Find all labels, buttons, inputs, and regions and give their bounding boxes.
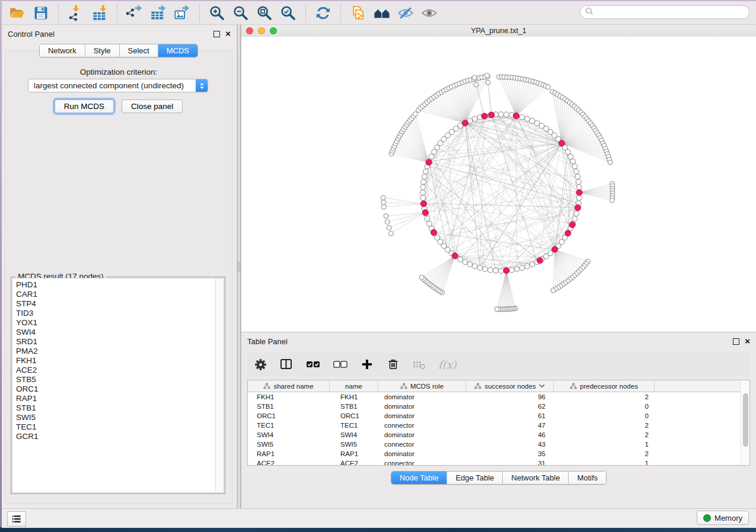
memory-button[interactable]: Memory xyxy=(697,511,749,525)
network-node[interactable] xyxy=(608,160,613,165)
network-node[interactable] xyxy=(472,116,477,121)
column-header-MCDS-role[interactable]: MCDS role xyxy=(378,380,466,392)
network-hub-node[interactable] xyxy=(565,230,571,236)
network-window-titlebar[interactable]: YPA_prune.txt_1 xyxy=(241,25,756,37)
network-hub-node[interactable] xyxy=(452,253,458,259)
mcds-result-node[interactable]: PMA2 xyxy=(12,347,224,356)
mcds-result-node[interactable]: RAP1 xyxy=(12,394,224,403)
tab-network[interactable]: Network xyxy=(40,44,85,57)
hide-selected-icon[interactable] xyxy=(396,4,415,23)
table-row[interactable]: SWI4SWI4dominator462 xyxy=(248,430,749,440)
zoom-selected-icon[interactable] xyxy=(279,4,298,23)
table-scrollbar-thumb[interactable] xyxy=(743,393,748,447)
network-node[interactable] xyxy=(519,265,525,271)
network-node[interactable] xyxy=(499,112,504,117)
export-table-icon[interactable] xyxy=(149,4,168,23)
tab-mcds[interactable]: MCDS xyxy=(158,44,197,57)
network-node[interactable] xyxy=(495,307,499,312)
network-hub-node[interactable] xyxy=(576,190,582,196)
network-node[interactable] xyxy=(519,115,525,120)
mcds-result-node[interactable]: GCR1 xyxy=(12,432,224,441)
network-node[interactable] xyxy=(413,112,418,117)
network-node[interactable] xyxy=(387,226,391,230)
import-table-icon[interactable] xyxy=(90,4,109,23)
network-node[interactable] xyxy=(529,118,535,124)
network-hub-node[interactable] xyxy=(426,159,432,165)
network-node[interactable] xyxy=(384,214,388,219)
network-node[interactable] xyxy=(419,275,424,280)
mcds-list-scrollbar[interactable] xyxy=(215,278,224,492)
network-node[interactable] xyxy=(422,174,427,180)
mcds-result-node[interactable]: ACE2 xyxy=(12,366,224,375)
network-node[interactable] xyxy=(382,204,387,209)
delete-columns-icon[interactable] xyxy=(386,357,400,372)
mcds-result-node[interactable]: ORC1 xyxy=(12,384,224,394)
network-node[interactable] xyxy=(525,264,530,269)
tab-edge-table[interactable]: Edge Table xyxy=(447,472,503,484)
mcds-result-node[interactable]: FKH1 xyxy=(12,356,224,366)
network-node[interactable] xyxy=(525,116,530,121)
table-row[interactable]: TEC1TEC1connector472 xyxy=(248,421,749,430)
network-node[interactable] xyxy=(488,267,493,273)
table-row[interactable]: ACE2ACE2connector311 xyxy=(248,459,749,466)
table-row[interactable]: FKH1FKH1dominator962 xyxy=(248,392,749,402)
column-header-shared-name[interactable]: shared name xyxy=(248,380,330,392)
network-canvas[interactable] xyxy=(241,37,756,332)
network-hub-node[interactable] xyxy=(503,268,509,274)
network-node[interactable] xyxy=(425,216,430,222)
zoom-out-icon[interactable] xyxy=(231,4,250,23)
network-node[interactable] xyxy=(499,268,504,274)
network-node[interactable] xyxy=(568,154,573,159)
run-mcds-button[interactable]: Run MCDS xyxy=(55,100,114,113)
mcds-result-node[interactable]: YOX1 xyxy=(12,318,224,328)
tab-node-table[interactable]: Node Table xyxy=(391,472,448,484)
network-hub-node[interactable] xyxy=(559,140,564,146)
column-header-successor-nodes[interactable]: successor nodes xyxy=(466,380,554,392)
zoom-fit-icon[interactable] xyxy=(255,4,274,23)
network-node[interactable] xyxy=(467,262,473,267)
column-header-predecessor-nodes[interactable]: predecessor nodes xyxy=(554,380,655,392)
table-row[interactable]: ORC1ORC1dominator610 xyxy=(248,411,749,421)
mcds-result-node[interactable]: SRD1 xyxy=(12,337,224,347)
network-node[interactable] xyxy=(515,267,520,272)
network-node[interactable] xyxy=(484,73,489,78)
add-column-icon[interactable] xyxy=(360,357,374,372)
network-hub-node[interactable] xyxy=(489,112,495,118)
network-node[interactable] xyxy=(385,220,390,225)
network-hub-node[interactable] xyxy=(481,113,487,119)
mcds-result-node[interactable]: STB1 xyxy=(12,403,224,413)
network-node[interactable] xyxy=(509,267,515,273)
close-table-panel-icon[interactable]: × xyxy=(745,338,750,344)
network-node[interactable] xyxy=(546,85,550,89)
network-node[interactable] xyxy=(483,267,488,272)
network-node[interactable] xyxy=(576,196,582,201)
network-hub-node[interactable] xyxy=(537,258,543,264)
network-node[interactable] xyxy=(389,231,394,236)
mcds-result-node[interactable]: SWI4 xyxy=(12,328,224,337)
tab-network-table[interactable]: Network Table xyxy=(503,472,569,484)
mcds-result-list[interactable]: PHD1CAR1STP4TID3YOX1SWI4SRD1PMA2FKH1ACE2… xyxy=(12,278,224,493)
network-node[interactable] xyxy=(574,169,579,174)
network-hub-node[interactable] xyxy=(431,229,437,235)
splitter-grip[interactable] xyxy=(238,262,240,271)
import-network-icon[interactable] xyxy=(66,4,85,23)
network-hub-node[interactable] xyxy=(575,204,581,210)
criterion-select[interactable]: largest connected component (undirected) xyxy=(28,79,208,92)
network-hub-node[interactable] xyxy=(462,120,468,126)
network-node[interactable] xyxy=(381,196,385,200)
network-node[interactable] xyxy=(575,174,580,180)
network-node[interactable] xyxy=(421,180,426,185)
first-neighbors-icon[interactable] xyxy=(372,4,391,23)
deselect-all-checkboxes-icon[interactable] xyxy=(333,357,348,372)
search-input[interactable] xyxy=(596,8,749,17)
network-node[interactable] xyxy=(381,200,386,205)
network-node[interactable] xyxy=(529,262,535,267)
tab-motifs[interactable]: Motifs xyxy=(569,472,606,484)
network-node[interactable] xyxy=(534,120,540,126)
show-panels-button[interactable] xyxy=(7,511,26,527)
column-header-name[interactable]: name xyxy=(330,380,378,392)
network-search-box[interactable] xyxy=(580,5,749,19)
show-all-icon[interactable] xyxy=(420,4,439,23)
close-panel-icon[interactable]: × xyxy=(225,31,231,37)
export-image-icon[interactable] xyxy=(173,4,192,23)
